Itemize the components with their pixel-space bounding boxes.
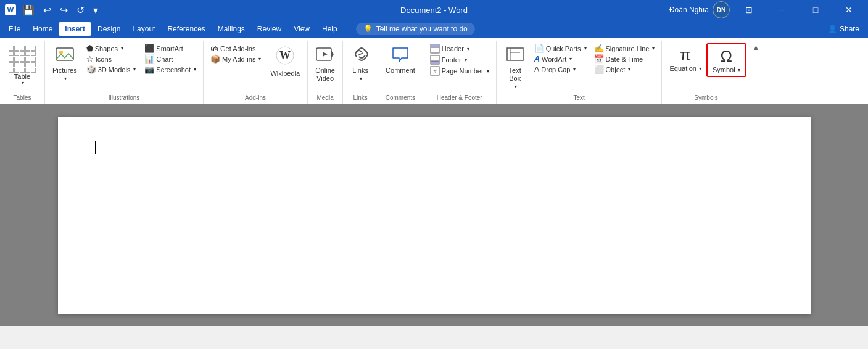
- equation-label: Equation: [669, 65, 696, 72]
- ribbon-group-illustrations: Pictures ▾ ⬟ Shapes ▾ ☆ Icons 🎲 3D Model…: [45, 41, 204, 104]
- quick-parts-icon: 📄: [534, 44, 544, 53]
- links-icon: [350, 46, 370, 65]
- symbol-button[interactable]: Ω Symbol ▾: [706, 43, 746, 77]
- redo-button[interactable]: ↪: [57, 3, 70, 17]
- my-addins-icon: 📦: [210, 54, 220, 64]
- links-label: Links: [352, 67, 368, 75]
- 3d-dropdown: ▾: [133, 67, 136, 72]
- get-addins-icon: 🛍: [210, 44, 218, 53]
- window-layout-button[interactable]: ⊡: [735, 0, 763, 20]
- textbox-icon: [505, 46, 525, 65]
- icons-label: Icons: [96, 55, 112, 63]
- links-group-label: Links: [347, 92, 374, 104]
- equation-icon: π: [680, 46, 691, 65]
- ribbon: Table ▾ Tables Pictures ▾: [0, 38, 868, 104]
- table-button[interactable]: Table ▾: [4, 43, 41, 88]
- ribbon-group-media: OnlineVideo Media: [308, 41, 343, 104]
- tables-content: Table ▾: [4, 41, 41, 92]
- links-button[interactable]: Links ▾: [347, 43, 374, 84]
- pictures-label: Pictures: [52, 67, 77, 75]
- get-addins-button[interactable]: 🛍 Get Add-ins: [207, 43, 264, 54]
- footer-label: Footer: [442, 56, 461, 64]
- customize-qat-button[interactable]: ▾: [91, 3, 101, 17]
- comments-content: Comment: [382, 41, 419, 92]
- tables-group-label: Tables: [4, 92, 41, 104]
- menu-item-design[interactable]: Design: [91, 22, 126, 36]
- document-title: Document2 - Word: [400, 6, 468, 15]
- wikipedia-button[interactable]: W Wikipedia: [267, 43, 304, 80]
- text-content: TextBox ▾ 📄 Quick Parts ▾ A WordArt ▾ A …: [500, 41, 658, 92]
- chart-icon: 📊: [144, 54, 154, 64]
- headerfooter-content: Header ▾ Footer ▾: [427, 41, 492, 92]
- menu-item-review[interactable]: Review: [251, 22, 287, 36]
- my-addins-dropdown: ▾: [258, 56, 261, 62]
- signature-line-button[interactable]: ✍ Signature Line ▾: [591, 43, 658, 54]
- signature-line-icon: ✍: [594, 44, 604, 53]
- 3d-models-button[interactable]: 🎲 3D Models ▾: [83, 64, 139, 75]
- close-button[interactable]: ✕: [835, 0, 863, 20]
- online-video-button[interactable]: OnlineVideo: [312, 43, 339, 85]
- object-button[interactable]: ⬜ Object ▾: [591, 64, 658, 75]
- screenshot-label: Screenshot: [156, 66, 191, 73]
- wordart-label: WordArt: [542, 55, 566, 63]
- symbols-group-label: Symbols: [666, 92, 746, 104]
- save-button[interactable]: 💾: [20, 3, 37, 17]
- hf-col: Header ▾ Footer ▾: [427, 43, 492, 76]
- 3d-models-icon: 🎲: [86, 65, 96, 74]
- signature-dropdown: ▾: [652, 46, 655, 51]
- header-icon: [430, 44, 440, 54]
- screenshot-button[interactable]: 📷 Screenshot ▾: [141, 64, 199, 75]
- icons-button[interactable]: ☆ Icons: [83, 54, 139, 64]
- maximize-button[interactable]: □: [801, 0, 830, 20]
- page-number-button[interactable]: # Page Number ▾: [427, 65, 492, 76]
- document-page[interactable]: [58, 117, 811, 314]
- document-area: [0, 104, 868, 326]
- footer-button[interactable]: Footer ▾: [427, 54, 492, 65]
- illustrations-group-label: Illustrations: [49, 92, 199, 104]
- share-button[interactable]: 👤 Share: [822, 22, 866, 36]
- tell-me-input[interactable]: 💡 Tell me what you want to do: [356, 23, 475, 35]
- ribbon-group-links: Links ▾ Links: [343, 41, 378, 104]
- equation-button[interactable]: π Equation ▾: [666, 43, 705, 75]
- comment-button[interactable]: Comment: [382, 43, 419, 77]
- ribbon-scroll-up[interactable]: ▲: [750, 41, 763, 104]
- refresh-button[interactable]: ↺: [74, 3, 87, 17]
- menu-item-home[interactable]: Home: [27, 22, 59, 36]
- minimize-button[interactable]: ─: [768, 0, 796, 20]
- illustrations-content: Pictures ▾ ⬟ Shapes ▾ ☆ Icons 🎲 3D Model…: [49, 41, 199, 92]
- illustrations-col: ⬟ Shapes ▾ ☆ Icons 🎲 3D Models ▾: [83, 43, 139, 75]
- quick-parts-button[interactable]: 📄 Quick Parts ▾: [531, 43, 590, 54]
- menu-item-file[interactable]: File: [2, 22, 27, 36]
- my-addins-button[interactable]: 📦 My Add-ins ▾: [207, 54, 264, 64]
- header-label: Header: [442, 45, 464, 52]
- word-icon: W: [5, 4, 16, 15]
- ribbon-group-tables: Table ▾ Tables: [0, 41, 45, 104]
- menu-item-mailings[interactable]: Mailings: [212, 22, 251, 36]
- pictures-button[interactable]: Pictures ▾: [49, 43, 81, 84]
- wordart-button[interactable]: A WordArt ▾: [531, 54, 590, 64]
- pictures-dropdown: ▾: [64, 76, 67, 81]
- menu-item-references[interactable]: References: [161, 22, 211, 36]
- textbox-dropdown: ▾: [515, 84, 517, 89]
- user-name: Đoàn Nghĩa: [669, 6, 709, 14]
- undo-button[interactable]: ↩: [41, 3, 54, 17]
- chart-button[interactable]: 📊 Chart: [141, 54, 199, 64]
- title-bar-right: Đoàn Nghĩa ĐN ⊡ ─ □ ✕: [669, 0, 863, 20]
- menu-item-layout[interactable]: Layout: [126, 22, 161, 36]
- smartart-button[interactable]: ⬛ SmartArt: [141, 43, 199, 54]
- menu-item-help[interactable]: Help: [316, 22, 344, 36]
- svg-rect-12: [431, 61, 439, 64]
- menu-item-insert[interactable]: Insert: [59, 22, 91, 36]
- get-addins-label: Get Add-ins: [220, 45, 255, 52]
- title-bar-left: W 💾 ↩ ↪ ↺ ▾: [5, 3, 101, 17]
- scroll-up-icon[interactable]: ▲: [753, 43, 760, 52]
- drop-cap-button[interactable]: A Drop Cap ▾: [531, 64, 590, 75]
- date-time-button[interactable]: 📅 Date & Time: [591, 54, 658, 64]
- page-number-icon: #: [430, 66, 440, 76]
- text-col: 📄 Quick Parts ▾ A WordArt ▾ A Drop Cap ▾: [531, 43, 590, 75]
- textbox-button[interactable]: TextBox ▾: [500, 43, 530, 92]
- menu-item-view[interactable]: View: [287, 22, 316, 36]
- header-button[interactable]: Header ▾: [427, 43, 492, 54]
- shapes-button[interactable]: ⬟ Shapes ▾: [83, 43, 139, 54]
- wikipedia-icon: W: [275, 46, 295, 68]
